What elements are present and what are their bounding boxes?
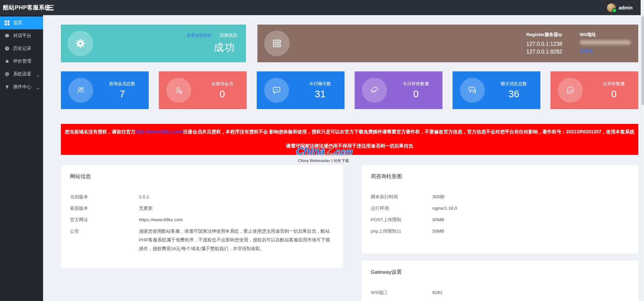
info-value: 感谢您使用酷站客服，请遵守国家法律使用本系统，禁止使用违法用途否则一切后果自负，… <box>139 227 334 253</box>
banner-line-1: 您当前域名没有授权，请前往官方http://www.69kz.com/注册会员并… <box>61 124 638 135</box>
license-warning-banner: 您当前域名没有授权，请前往官方http://www.69kz.com/注册会员并… <box>61 124 638 155</box>
info-value: 50MB <box>432 228 629 235</box>
user-menu[interactable]: admin <box>607 3 633 12</box>
chat-smile-icon <box>460 78 485 103</box>
info-label: 脚本执行时间 <box>371 194 432 200</box>
hero-row: 查看连接教程 连接状态 成功 Register服务器ip 127.0.0.1:1… <box>61 25 638 62</box>
site-info-panel: 网站信息 当前版本 1.0.1 最新版本 无更新 官方网址 https://ww… <box>61 165 343 268</box>
ws-address-label: WS地址 <box>580 32 631 38</box>
panel-title: 周咨询柱形图 <box>362 165 638 180</box>
stat-label: 总评价数量 <box>603 81 625 87</box>
stat-row: 咨询会员总数 7 未接待会员 0 今日聊天数 31 <box>61 71 638 109</box>
stat-value: 0 <box>211 89 233 100</box>
info-row-exec-time: 脚本执行时间 300秒 <box>362 194 638 200</box>
info-row-runtime: 运行环境 nginx/1.18.0 <box>362 205 638 212</box>
info-label: 当前版本 <box>70 194 139 200</box>
stat-value: 31 <box>309 89 331 100</box>
scrollbar-thumb[interactable] <box>641 16 644 105</box>
panel-title: Gateway设置 <box>362 261 638 276</box>
info-label: 最新版本 <box>70 205 139 212</box>
register-ip-1: 127.0.0.1:1238 <box>526 40 562 48</box>
server-icon <box>264 31 290 56</box>
info-value: https://www.69kz.com <box>139 216 334 223</box>
info-row-current-version: 当前版本 1.0.1 <box>61 194 343 200</box>
avatar[interactable] <box>607 3 616 12</box>
connection-status-card: 查看连接教程 连接状态 成功 <box>61 25 246 62</box>
official-site-link[interactable]: http://www.69kz.com/ <box>136 129 183 134</box>
stat-value: 36 <box>501 89 527 100</box>
sidebar-item-label: 对话平台 <box>13 33 31 39</box>
stat-card-total-members: 咨询会员总数 7 <box>61 71 149 109</box>
chevron-up-icon <box>36 86 40 88</box>
info-value: 50MB <box>432 216 629 223</box>
register-server-label: Register服务器ip <box>526 32 562 38</box>
info-label: 运行环境 <box>371 205 432 212</box>
gateway-panel: Gateway设置 WS端口 8282 <box>362 261 638 301</box>
info-row-php-upload-limit: php上传限制11 50MB <box>362 228 638 235</box>
connection-status-label: 连接状态 <box>220 32 237 38</box>
connection-status-value: 成功 <box>214 41 235 55</box>
username: admin <box>619 5 633 10</box>
panel-title: 网站信息 <box>61 165 343 180</box>
app-root: 酷站PHP客服系统 admin 首页 对话平台 历史记录 <box>0 0 644 301</box>
sidebar-item-label: 历史记录 <box>13 45 31 52</box>
sidebar-item-history[interactable]: 历史记录 <box>0 42 43 55</box>
server-env-panel: 周咨询柱形图 脚本执行时间 300秒 运行环境 nginx/1.18.0 POS… <box>362 165 638 254</box>
ws-address-block: WS地址 去修改 <box>580 32 631 56</box>
info-label: php上传限制11 <box>371 228 432 235</box>
stat-label: 咨询会员总数 <box>109 81 135 87</box>
stat-card-today-reviews: 今日评价数量 0 <box>355 71 442 109</box>
sidebar-item-label: 系统设置 <box>13 71 31 77</box>
stat-card-total-messages: 聊天消息总数 36 <box>453 71 540 109</box>
gear-icon <box>4 71 10 77</box>
sidebar-item-label: 评价管理 <box>13 58 31 64</box>
register-server-block: Register服务器ip 127.0.0.1:1238 127.0.0.1:8… <box>526 32 562 56</box>
stat-label: 未接待会员 <box>211 81 233 87</box>
banner-line-2: 请遵守国家法律法规使用不得用于违法用途否则一切后果自负 <box>61 143 638 149</box>
info-row-latest-version: 最新版本 无更新 <box>61 205 343 212</box>
connection-tutorial-link[interactable]: 查看连接教程 <box>186 33 212 38</box>
online-status-dot <box>612 8 617 13</box>
stat-value: 7 <box>109 89 135 100</box>
ws-modify-link[interactable]: 去修改 <box>580 48 631 54</box>
banner-text: 您当前域名没有授权，请前往官方 <box>65 129 136 134</box>
stat-card-unattended-members: 未接待会员 0 <box>159 71 247 109</box>
watermark-tagline: China Webmaster | 站长下载 <box>296 158 397 163</box>
gear-icon <box>68 31 93 56</box>
info-value: 1.0.1 <box>139 194 334 200</box>
stat-label: 聊天消息总数 <box>501 81 527 87</box>
sidebar-item-system-settings[interactable]: 系统设置 <box>0 68 43 80</box>
users-icon <box>68 78 93 103</box>
comment-icon <box>558 78 583 103</box>
chat-dots-icon <box>264 78 289 103</box>
info-value: 8282 <box>432 289 629 296</box>
plug-icon <box>4 84 10 90</box>
sidebar: 首页 对话平台 历史记录 评价管理 系统设置 <box>0 15 43 301</box>
chevron-up-icon <box>36 73 40 75</box>
stat-label: 今日评价数量 <box>403 81 429 87</box>
chat-icon <box>4 33 10 38</box>
sidebar-item-home[interactable]: 首页 <box>0 16 43 29</box>
app-title: 酷站PHP客服系统 <box>0 4 43 11</box>
info-row-ws-port: WS端口 8282 <box>362 289 638 296</box>
vertical-scrollbar[interactable] <box>641 0 644 301</box>
main-content: 查看连接教程 连接状态 成功 Register服务器ip 127.0.0.1:1… <box>43 15 641 301</box>
sidebar-item-plugin-center[interactable]: 插件中心 <box>0 80 43 93</box>
banner-text: 注册会员并且授权，本程序没有授权不会 影响您体验和使用，授权只是可以在官方下载免… <box>183 129 634 134</box>
stat-card-total-reviews: 总评价数量 0 <box>550 71 638 109</box>
stat-card-today-chats: 今日聊天数 31 <box>257 71 345 109</box>
top-header: 酷站PHP客服系统 admin <box>0 0 644 15</box>
info-row-official-site: 官方网址 https://www.69kz.com <box>61 216 343 223</box>
info-row-announcement: 公告 感谢您使用酷站客服，请遵守国家法律使用本系统，禁止使用违法用途否则一切后果… <box>61 228 343 253</box>
menu-icon[interactable] <box>46 5 54 10</box>
info-label: 公告 <box>70 228 139 235</box>
user-minus-icon <box>166 78 191 103</box>
sidebar-item-chat-platform[interactable]: 对话平台 <box>0 29 43 42</box>
grid-icon <box>4 20 10 26</box>
info-value: nginx/1.18.0 <box>432 205 629 212</box>
info-label: WS端口 <box>371 289 432 296</box>
sidebar-item-label: 首页 <box>13 20 22 26</box>
info-value: 无更新 <box>139 205 334 212</box>
stat-label: 今日聊天数 <box>309 81 331 87</box>
sidebar-item-reviews[interactable]: 评价管理 <box>0 55 43 68</box>
